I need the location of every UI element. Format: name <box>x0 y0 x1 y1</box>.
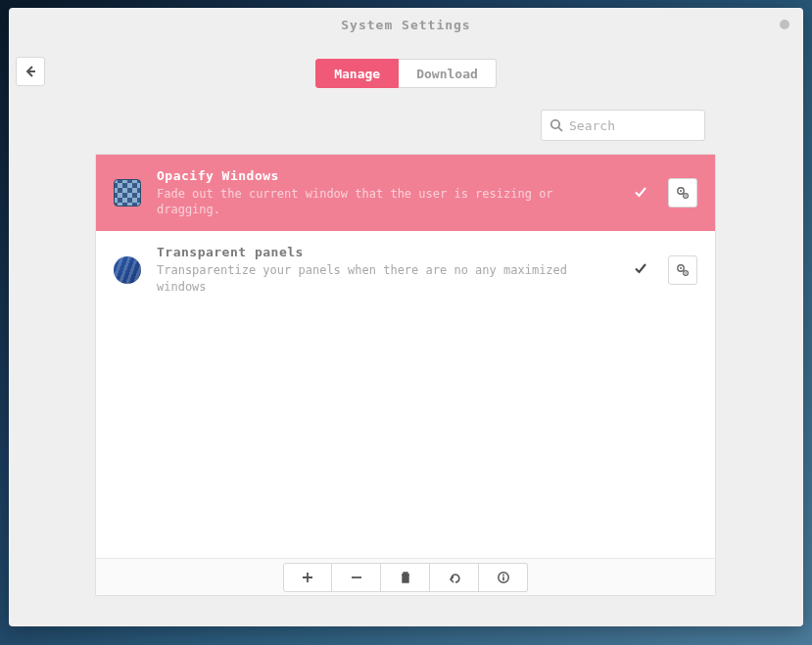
toolbar-group <box>283 563 528 592</box>
svg-point-0 <box>551 120 559 128</box>
check-icon <box>633 260 648 276</box>
settings-button[interactable] <box>668 178 697 207</box>
list-empty-area <box>96 308 715 558</box>
list-item[interactable]: Opacify Windows Fade out the current win… <box>96 155 715 231</box>
arrow-left-icon <box>24 65 37 78</box>
tab-manage[interactable]: Manage <box>315 59 399 88</box>
tab-bar: Manage Download <box>9 59 803 88</box>
remove-button[interactable] <box>332 563 381 592</box>
tab-download[interactable]: Download <box>399 59 497 88</box>
gear-icon <box>676 186 690 200</box>
search-input[interactable] <box>569 118 696 133</box>
info-button[interactable] <box>479 563 528 592</box>
svg-point-5 <box>685 195 687 197</box>
undo-icon <box>448 571 461 584</box>
list-item-text: Transparent panels Transparentize your p… <box>157 245 617 294</box>
svg-point-9 <box>685 272 687 274</box>
list-item[interactable]: Transparent panels Transparentize your p… <box>96 231 715 307</box>
settings-window: System Settings Manage Download Opacify … <box>9 8 803 626</box>
enabled-check[interactable] <box>633 260 652 279</box>
titlebar: System Settings <box>9 8 803 41</box>
extension-title: Opacify Windows <box>157 168 617 183</box>
svg-point-11 <box>502 574 504 576</box>
extension-icon <box>114 256 141 284</box>
list-toolbar <box>96 558 715 595</box>
settings-button[interactable] <box>668 255 697 285</box>
extension-title: Transparent panels <box>157 245 617 259</box>
window-title: System Settings <box>341 18 470 32</box>
extension-icon <box>114 179 141 207</box>
svg-point-7 <box>680 267 682 269</box>
back-button[interactable] <box>16 57 45 86</box>
search-box[interactable] <box>541 110 705 141</box>
add-button[interactable] <box>283 563 332 592</box>
delete-button[interactable] <box>381 563 430 592</box>
gear-icon <box>676 263 690 277</box>
trash-icon <box>399 571 412 584</box>
close-icon[interactable] <box>780 20 789 29</box>
check-icon <box>633 184 648 200</box>
plus-icon <box>301 571 314 584</box>
list-item-text: Opacify Windows Fade out the current win… <box>157 168 617 217</box>
extensions-list: Opacify Windows Fade out the current win… <box>95 154 716 596</box>
info-icon <box>497 571 510 584</box>
extension-description: Transparentize your panels when there ar… <box>157 262 617 294</box>
extension-description: Fade out the current window that the use… <box>157 186 617 217</box>
svg-rect-12 <box>502 576 504 580</box>
svg-line-1 <box>558 127 562 131</box>
svg-point-3 <box>680 190 682 192</box>
search-icon <box>549 118 563 132</box>
minus-icon <box>350 571 363 584</box>
enabled-check[interactable] <box>633 184 652 203</box>
undo-button[interactable] <box>430 563 479 592</box>
